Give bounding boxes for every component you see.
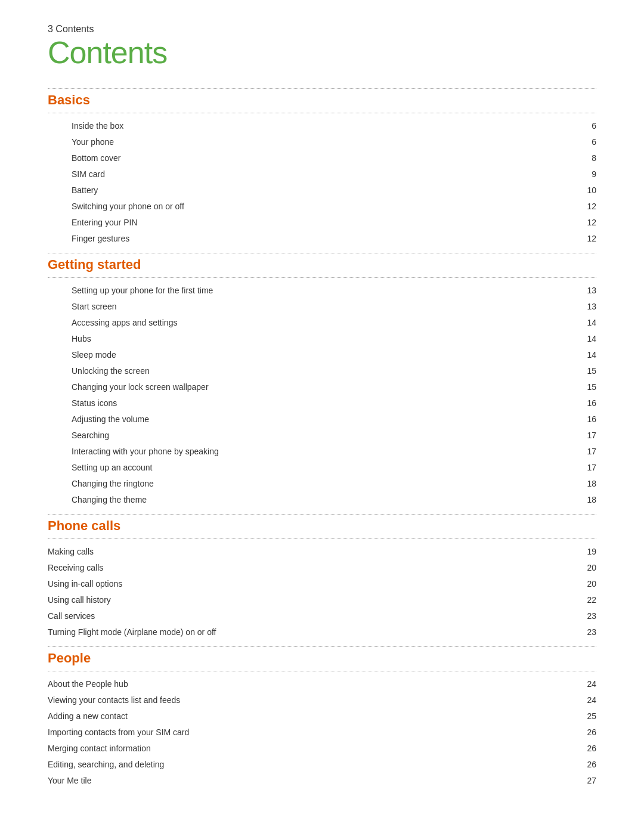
toc-entry: Adding a new contact25 bbox=[48, 708, 596, 724]
toc-entry-label: Turning Flight mode (Airplane mode) on o… bbox=[48, 626, 216, 639]
toc-entry-page: 23 bbox=[578, 626, 596, 639]
toc-entry-label: Accessing apps and settings bbox=[72, 317, 177, 329]
section-people: PeopleAbout the People hub24Viewing your… bbox=[48, 646, 596, 789]
toc-entry-page: 13 bbox=[578, 301, 596, 313]
toc-entry-label: Receiving calls bbox=[48, 562, 103, 574]
section-divider-bottom-phone-calls bbox=[48, 538, 596, 539]
page-title: Contents bbox=[48, 35, 596, 70]
toc-entry-page: 6 bbox=[578, 136, 596, 148]
toc-entry-page: 12 bbox=[578, 216, 596, 229]
toc-entry-page: 14 bbox=[578, 317, 596, 329]
section-phone-calls: Phone callsMaking calls19Receiving calls… bbox=[48, 514, 596, 640]
toc-entry-label: Interacting with your phone by speaking bbox=[72, 445, 219, 458]
section-divider-top-getting-started bbox=[48, 253, 596, 253]
toc-entry: Importing contacts from your SIM card26 bbox=[48, 724, 596, 741]
toc-entry: Receiving calls20 bbox=[48, 560, 596, 576]
toc-entry-page: 16 bbox=[578, 413, 596, 426]
toc-entry: Your phone6 bbox=[48, 134, 596, 150]
toc-entry: Viewing your contacts list and feeds24 bbox=[48, 692, 596, 708]
toc-entry-label: Switching your phone on or off bbox=[72, 200, 184, 213]
toc-entry: Changing the ringtone18 bbox=[48, 476, 596, 492]
toc-entry-label: Status icons bbox=[72, 397, 117, 410]
toc-entry: Start screen13 bbox=[48, 299, 596, 315]
toc-entry-page: 14 bbox=[578, 349, 596, 361]
toc-entry: Entering your PIN12 bbox=[48, 215, 596, 231]
toc-entry-label: Using in-call options bbox=[48, 578, 122, 590]
toc-entry-page: 12 bbox=[578, 200, 596, 213]
section-divider-bottom-getting-started bbox=[48, 277, 596, 278]
toc-entry-label: Changing the theme bbox=[72, 494, 147, 506]
section-heading-phone-calls: Phone calls bbox=[48, 518, 596, 536]
section-divider-top-basics bbox=[48, 88, 596, 89]
toc-entry: About the People hub24 bbox=[48, 676, 596, 692]
toc-entry: Merging contact information26 bbox=[48, 741, 596, 757]
toc-entry: Hubs14 bbox=[48, 331, 596, 347]
toc-entry: Bottom cover8 bbox=[48, 150, 596, 166]
toc-entry-page: 17 bbox=[578, 445, 596, 458]
toc-entry-page: 20 bbox=[578, 562, 596, 574]
toc-entry-label: Editing, searching, and deleting bbox=[48, 758, 164, 771]
toc-entry-label: Your phone bbox=[72, 136, 114, 148]
toc-entry: Adjusting the volume16 bbox=[48, 411, 596, 428]
toc-entry: Setting up your phone for the first time… bbox=[48, 283, 596, 299]
section-divider-bottom-people bbox=[48, 671, 596, 671]
toc-entry-page: 25 bbox=[578, 710, 596, 723]
toc-entry: Accessing apps and settings14 bbox=[48, 315, 596, 331]
section-getting-started: Getting startedSetting up your phone for… bbox=[48, 253, 596, 508]
toc-entry-label: Your Me tile bbox=[48, 775, 91, 787]
toc-entry: Sleep mode14 bbox=[48, 347, 596, 363]
toc-entry: SIM card9 bbox=[48, 166, 596, 182]
toc-entry-page: 24 bbox=[578, 678, 596, 690]
toc-entry: Call services23 bbox=[48, 608, 596, 624]
toc-entry-label: Inside the box bbox=[72, 120, 123, 132]
toc-entry-label: Viewing your contacts list and feeds bbox=[48, 694, 180, 707]
toc-entry: Switching your phone on or off12 bbox=[48, 199, 596, 215]
toc-entry-label: Using call history bbox=[48, 594, 111, 606]
toc-entry-label: Setting up your phone for the first time bbox=[72, 284, 213, 297]
toc-entry: Changing your lock screen wallpaper15 bbox=[48, 379, 596, 395]
toc-entry-label: Battery bbox=[72, 184, 98, 197]
toc-entry-page: 15 bbox=[578, 365, 596, 377]
toc-entry-label: Importing contacts from your SIM card bbox=[48, 726, 189, 739]
toc-entry-page: 17 bbox=[578, 462, 596, 474]
toc-entry-page: 26 bbox=[578, 726, 596, 739]
toc-entry-page: 15 bbox=[578, 381, 596, 394]
toc-entry: Making calls19 bbox=[48, 544, 596, 560]
section-divider-top-phone-calls bbox=[48, 514, 596, 515]
toc-entry-label: Making calls bbox=[48, 546, 94, 558]
toc-entry-page: 14 bbox=[578, 333, 596, 345]
toc-entry-page: 13 bbox=[578, 284, 596, 297]
toc-entry: Inside the box6 bbox=[48, 118, 596, 134]
toc-entry: Unlocking the screen15 bbox=[48, 363, 596, 379]
toc-entry: Searching17 bbox=[48, 428, 596, 444]
section-heading-basics: Basics bbox=[48, 92, 596, 110]
toc-entry-label: Start screen bbox=[72, 301, 116, 313]
toc-entry-label: Bottom cover bbox=[72, 152, 120, 165]
toc-entry-page: 23 bbox=[578, 610, 596, 623]
section-divider-bottom-basics bbox=[48, 113, 596, 113]
section-divider-top-people bbox=[48, 646, 596, 647]
section-basics: BasicsInside the box6Your phone6Bottom c… bbox=[48, 88, 596, 247]
toc-entry-label: Hubs bbox=[72, 333, 91, 345]
toc-entry-page: 16 bbox=[578, 397, 596, 410]
toc-entry: Interacting with your phone by speaking1… bbox=[48, 444, 596, 460]
toc-entry-page: 18 bbox=[578, 478, 596, 490]
toc-entry: Editing, searching, and deleting26 bbox=[48, 757, 596, 773]
toc-entry: Using call history22 bbox=[48, 592, 596, 608]
toc-entry: Changing the theme18 bbox=[48, 492, 596, 508]
toc-entry: Using in-call options20 bbox=[48, 576, 596, 592]
toc-entry-label: SIM card bbox=[72, 168, 105, 181]
toc-entry-label: Unlocking the screen bbox=[72, 365, 150, 377]
toc-entry: Finger gestures12 bbox=[48, 231, 596, 247]
toc-entry-page: 10 bbox=[578, 184, 596, 197]
toc-entry-label: Call services bbox=[48, 610, 95, 623]
toc-entry-page: 6 bbox=[578, 120, 596, 132]
toc-entry: Battery10 bbox=[48, 182, 596, 199]
toc-entry-page: 17 bbox=[578, 429, 596, 442]
toc-entry-label: Adding a new contact bbox=[48, 710, 128, 723]
toc-entry-label: About the People hub bbox=[48, 678, 128, 690]
toc-entry-page: 12 bbox=[578, 233, 596, 245]
toc-entry-page: 24 bbox=[578, 694, 596, 707]
toc-entry-page: 20 bbox=[578, 578, 596, 590]
toc-entry-page: 27 bbox=[578, 775, 596, 787]
